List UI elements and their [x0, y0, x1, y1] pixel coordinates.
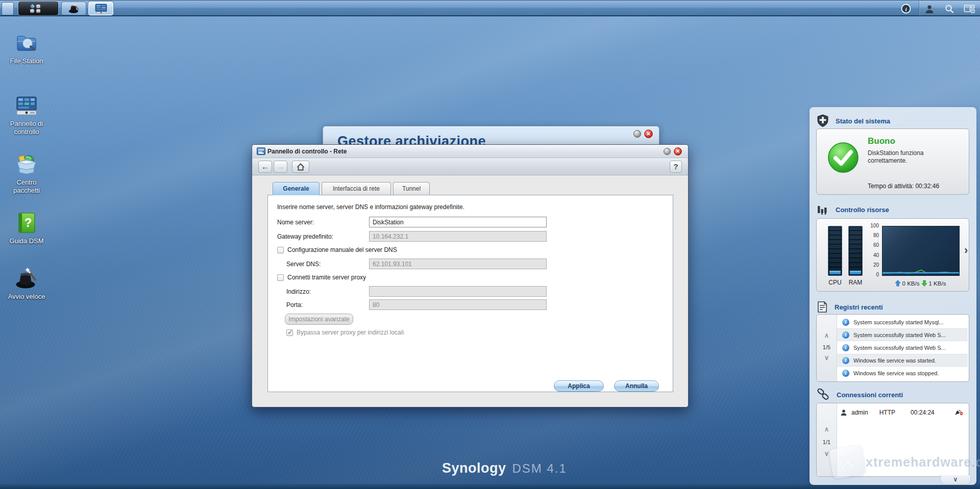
gateway-input — [369, 231, 547, 242]
resource-monitor-card: CPU RAM 10080 6040 200 0 KB/s 1 KB/s — [816, 218, 969, 292]
desktop-icon-label: Pannello di controllo — [4, 120, 49, 136]
dialog-titlebar[interactable]: Pannello di controllo - Rete ✕ — [252, 145, 688, 158]
log-row[interactable]: iSystem successfully started Mysql... — [837, 316, 968, 328]
log-row[interactable]: iWindows file service was stopped. — [837, 367, 968, 379]
pager-down-icon[interactable]: ∨ — [817, 450, 837, 457]
tab-interfaccia-di-rete[interactable]: Interfaccia di rete — [322, 182, 391, 195]
proxy-checkbox[interactable]: Connetti tramite server proxy — [277, 274, 366, 281]
cpu-gauge — [828, 226, 842, 276]
notifications-info-icon[interactable]: i — [899, 2, 913, 15]
dialog-pannello-di-controllo-rete: Pannello di controllo - Rete ✕ ← → ? Gen… — [252, 144, 689, 407]
connections-pager: ∧ 1/1 ∨ — [817, 403, 837, 476]
network-speeds: 0 KB/s 1 KB/s — [877, 280, 964, 287]
info-icon: i — [842, 319, 849, 326]
back-button[interactable]: ← — [258, 161, 272, 173]
pager-down-icon[interactable]: ∨ — [817, 354, 837, 362]
home-button[interactable] — [292, 161, 309, 173]
svg-text:?: ? — [24, 216, 32, 229]
desktop-icon-pannello-di-controllo[interactable]: Pannello di controllo — [4, 93, 49, 136]
download-speed: 1 KB/s — [929, 280, 946, 287]
tab-generale[interactable]: Generale — [273, 182, 320, 195]
info-icon: i — [842, 344, 849, 351]
magic-hat-icon — [14, 266, 39, 291]
port-label: Porta: — [286, 301, 303, 308]
pager-up-icon[interactable]: ∧ — [817, 332, 837, 339]
taskbar-task-pannello-di-controllo[interactable] — [88, 2, 113, 15]
ram-label: RAM — [848, 279, 863, 286]
checkbox-label: Bypassa server proxy per indirizzi local… — [297, 329, 404, 336]
control-panel-icon — [14, 93, 39, 118]
dialog-title: Pannello di controllo - Rete — [267, 148, 347, 155]
system-status-card: Buono DiskStation funziona correttamente… — [816, 128, 969, 195]
document-icon — [817, 301, 828, 313]
main-menu-button[interactable] — [18, 2, 58, 15]
checkbox-label: Configurazione manuale del server DNS — [287, 246, 397, 253]
widget-title: Registri recenti — [835, 303, 883, 311]
desktop-icon-label: File Station — [4, 57, 49, 65]
dsm-version: DSM 4.1 — [512, 461, 567, 476]
taskbar-right-group — [919, 1, 980, 16]
advanced-settings-button: Impostazioni avanzate — [285, 314, 353, 325]
minimize-button[interactable] — [664, 148, 671, 155]
status-description: DiskStation funziona correttamente. — [868, 149, 923, 165]
status-ok-icon — [827, 141, 860, 174]
pager-page: 1/1 — [817, 439, 837, 445]
desktop-icon-guida-dsm[interactable]: ? Guida DSM — [4, 211, 49, 245]
network-chart-yaxis: 10080 6040 200 — [864, 223, 879, 277]
resource-expand-chevron[interactable]: › — [964, 244, 968, 257]
connection-user: admin — [851, 409, 868, 416]
desktop-icon-avvio-veloce[interactable]: Avvio veloce — [4, 266, 49, 301]
connection-time: 00:24:24 — [911, 409, 935, 416]
package-center-icon — [14, 152, 39, 176]
desktop-icon-file-station[interactable]: File Station — [4, 31, 49, 65]
connection-protocol: HTTP — [879, 409, 895, 416]
log-rows: iSystem successfully started Mysql... iS… — [837, 316, 968, 379]
taskbar-task-avvio-veloce[interactable] — [61, 2, 86, 15]
server-name-input[interactable] — [369, 217, 547, 227]
logs-pager: ∧ 1/5 ∨ — [817, 315, 837, 381]
desktop-icon-centro-pacchetti[interactable]: Centro pacchetti — [4, 152, 49, 195]
apply-button[interactable]: Applica — [554, 380, 604, 392]
magic-hat-icon — [68, 3, 80, 14]
dsm-brand-watermark: Synology DSM 4.1 — [442, 460, 567, 476]
search-icon[interactable] — [943, 3, 956, 16]
disconnect-icon[interactable] — [954, 408, 964, 417]
connections-header: Connessioni correnti — [817, 389, 903, 401]
address-label: Indirizzo: — [286, 288, 311, 295]
widgets-panel: Stato del sistema Buono DiskStation funz… — [810, 107, 976, 485]
desktop-icon-label: Centro pacchetti — [4, 178, 49, 195]
info-icon: i — [842, 370, 849, 377]
close-icon[interactable]: ✕ — [674, 147, 682, 156]
log-row[interactable]: iSystem successfully started Web S... — [837, 341, 968, 354]
status-uptime: Tempo di attività: 00:32:46 — [868, 183, 939, 190]
show-desktop-button[interactable] — [2, 2, 14, 15]
pager-up-icon[interactable]: ∧ — [817, 426, 837, 433]
log-row[interactable]: iSystem successfully started Web S... — [837, 328, 968, 341]
cancel-button[interactable]: Annulla — [614, 380, 659, 392]
upload-speed: 0 KB/s — [902, 280, 920, 287]
log-row[interactable]: iWindows file service was started. — [837, 354, 968, 367]
user-account-icon[interactable] — [923, 3, 936, 16]
widget-title: Controllo risorse — [836, 206, 889, 214]
close-icon[interactable]: ✕ — [644, 130, 653, 138]
checkbox-box[interactable] — [277, 274, 284, 281]
pilot-view-icon[interactable] — [963, 3, 976, 16]
help-button[interactable]: ? — [670, 161, 682, 173]
connection-row: admin HTTP 00:24:24 — [837, 406, 967, 419]
port-input — [369, 299, 547, 310]
file-station-icon — [14, 31, 39, 55]
widgets-collapse-chevron[interactable]: ∨ — [940, 475, 971, 485]
dns-input — [369, 259, 547, 269]
tab-tunnel[interactable]: Tunnel — [393, 182, 430, 195]
bar-chart-icon — [817, 204, 829, 215]
minimize-button[interactable] — [633, 130, 641, 138]
dsm-help-book-icon: ? — [14, 211, 39, 235]
tab-content-generale: Inserire nome server, server DNS e infor… — [267, 195, 673, 392]
forward-button[interactable]: → — [274, 161, 287, 173]
bypass-proxy-checkbox: Bypassa server proxy per indirizzi local… — [286, 329, 404, 336]
checkbox-label: Connetti tramite server proxy — [287, 274, 366, 281]
manual-dns-checkbox[interactable]: Configurazione manuale del server DNS — [277, 246, 397, 253]
upload-arrow-icon — [895, 280, 901, 287]
recent-logs-card: ∧ 1/5 ∨ iSystem successfully started Mys… — [816, 314, 969, 382]
checkbox-box[interactable] — [277, 247, 284, 253]
